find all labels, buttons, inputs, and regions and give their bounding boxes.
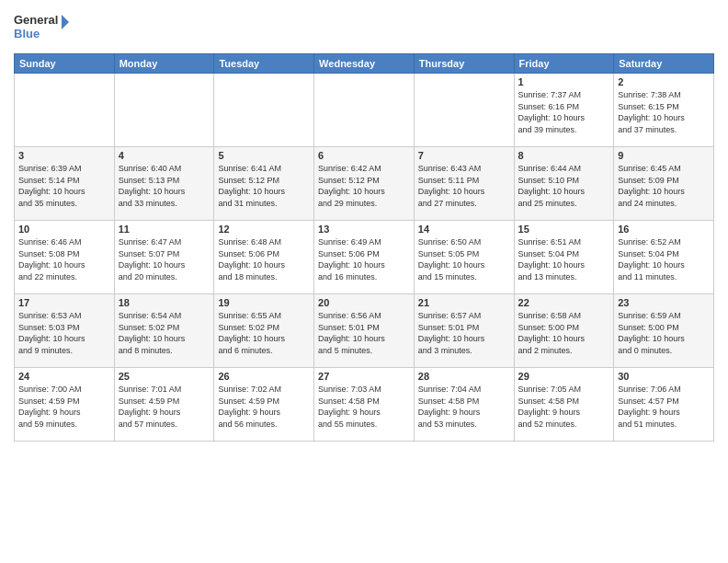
logo: General Blue bbox=[14, 9, 69, 46]
calendar-cell: 6Sunrise: 6:42 AM Sunset: 5:12 PM Daylig… bbox=[314, 147, 415, 221]
calendar-cell: 25Sunrise: 7:01 AM Sunset: 4:59 PM Dayli… bbox=[114, 368, 214, 442]
day-number: 10 bbox=[18, 224, 110, 235]
day-number: 7 bbox=[418, 150, 510, 161]
calendar-cell: 16Sunrise: 6:52 AM Sunset: 5:04 PM Dayli… bbox=[614, 221, 714, 294]
day-number: 1 bbox=[518, 76, 610, 87]
calendar-cell: 26Sunrise: 7:02 AM Sunset: 4:59 PM Dayli… bbox=[214, 368, 314, 442]
day-number: 19 bbox=[218, 297, 310, 308]
day-number: 4 bbox=[119, 150, 210, 161]
day-number: 28 bbox=[418, 371, 510, 382]
day-info: Sunrise: 7:00 AM Sunset: 4:59 PM Dayligh… bbox=[18, 384, 110, 430]
day-info: Sunrise: 7:06 AM Sunset: 4:57 PM Dayligh… bbox=[618, 384, 710, 430]
week-row-1: 1Sunrise: 7:37 AM Sunset: 6:16 PM Daylig… bbox=[15, 74, 714, 147]
day-number: 16 bbox=[618, 224, 710, 235]
weekday-header-thursday: Thursday bbox=[414, 54, 514, 74]
day-info: Sunrise: 6:49 AM Sunset: 5:06 PM Dayligh… bbox=[318, 236, 410, 282]
day-number: 15 bbox=[518, 224, 610, 235]
calendar-cell: 17Sunrise: 6:53 AM Sunset: 5:03 PM Dayli… bbox=[15, 294, 115, 368]
day-info: Sunrise: 7:04 AM Sunset: 4:58 PM Dayligh… bbox=[418, 384, 510, 430]
logo-svg: General Blue bbox=[14, 9, 69, 46]
calendar-cell bbox=[414, 74, 514, 147]
day-number: 27 bbox=[318, 371, 410, 382]
day-number: 25 bbox=[119, 371, 210, 382]
week-row-3: 10Sunrise: 6:46 AM Sunset: 5:08 PM Dayli… bbox=[15, 221, 714, 294]
weekday-header-tuesday: Tuesday bbox=[214, 54, 314, 74]
day-number: 9 bbox=[618, 150, 710, 161]
calendar-cell: 8Sunrise: 6:44 AM Sunset: 5:10 PM Daylig… bbox=[514, 147, 614, 221]
weekday-header-saturday: Saturday bbox=[614, 54, 714, 74]
weekday-header-friday: Friday bbox=[514, 54, 614, 74]
calendar-cell bbox=[114, 74, 214, 147]
day-number: 12 bbox=[218, 224, 310, 235]
day-info: Sunrise: 6:43 AM Sunset: 5:11 PM Dayligh… bbox=[418, 163, 510, 209]
week-row-4: 17Sunrise: 6:53 AM Sunset: 5:03 PM Dayli… bbox=[15, 294, 714, 368]
day-info: Sunrise: 7:02 AM Sunset: 4:59 PM Dayligh… bbox=[218, 384, 310, 430]
calendar-table: SundayMondayTuesdayWednesdayThursdayFrid… bbox=[14, 53, 714, 442]
day-info: Sunrise: 6:44 AM Sunset: 5:10 PM Dayligh… bbox=[518, 163, 610, 209]
calendar-cell: 13Sunrise: 6:49 AM Sunset: 5:06 PM Dayli… bbox=[314, 221, 415, 294]
day-number: 20 bbox=[318, 297, 410, 308]
calendar-cell: 24Sunrise: 7:00 AM Sunset: 4:59 PM Dayli… bbox=[15, 368, 115, 442]
day-info: Sunrise: 7:38 AM Sunset: 6:15 PM Dayligh… bbox=[618, 89, 710, 135]
calendar-cell: 14Sunrise: 6:50 AM Sunset: 5:05 PM Dayli… bbox=[414, 221, 514, 294]
calendar-cell bbox=[15, 74, 115, 147]
calendar-cell: 22Sunrise: 6:58 AM Sunset: 5:00 PM Dayli… bbox=[514, 294, 614, 368]
calendar-cell: 20Sunrise: 6:56 AM Sunset: 5:01 PM Dayli… bbox=[314, 294, 415, 368]
day-info: Sunrise: 7:37 AM Sunset: 6:16 PM Dayligh… bbox=[518, 89, 610, 135]
calendar-cell: 28Sunrise: 7:04 AM Sunset: 4:58 PM Dayli… bbox=[414, 368, 514, 442]
calendar-cell: 29Sunrise: 7:05 AM Sunset: 4:58 PM Dayli… bbox=[514, 368, 614, 442]
day-info: Sunrise: 7:05 AM Sunset: 4:58 PM Dayligh… bbox=[518, 384, 610, 430]
calendar-cell: 23Sunrise: 6:59 AM Sunset: 5:00 PM Dayli… bbox=[614, 294, 714, 368]
day-info: Sunrise: 6:53 AM Sunset: 5:03 PM Dayligh… bbox=[18, 310, 110, 356]
day-info: Sunrise: 6:47 AM Sunset: 5:07 PM Dayligh… bbox=[119, 236, 210, 282]
day-number: 26 bbox=[218, 371, 310, 382]
calendar-cell: 21Sunrise: 6:57 AM Sunset: 5:01 PM Dayli… bbox=[414, 294, 514, 368]
day-number: 21 bbox=[418, 297, 510, 308]
week-row-2: 3Sunrise: 6:39 AM Sunset: 5:14 PM Daylig… bbox=[15, 147, 714, 221]
calendar-cell: 5Sunrise: 6:41 AM Sunset: 5:12 PM Daylig… bbox=[214, 147, 314, 221]
day-info: Sunrise: 6:54 AM Sunset: 5:02 PM Dayligh… bbox=[119, 310, 210, 356]
svg-text:Blue: Blue bbox=[14, 27, 40, 40]
calendar-cell: 27Sunrise: 7:03 AM Sunset: 4:58 PM Dayli… bbox=[314, 368, 415, 442]
day-info: Sunrise: 6:46 AM Sunset: 5:08 PM Dayligh… bbox=[18, 236, 110, 282]
day-number: 5 bbox=[218, 150, 310, 161]
weekday-header-row: SundayMondayTuesdayWednesdayThursdayFrid… bbox=[15, 54, 714, 74]
calendar-cell: 1Sunrise: 7:37 AM Sunset: 6:16 PM Daylig… bbox=[514, 74, 614, 147]
day-number: 6 bbox=[318, 150, 410, 161]
day-number: 18 bbox=[119, 297, 210, 308]
calendar-cell: 11Sunrise: 6:47 AM Sunset: 5:07 PM Dayli… bbox=[114, 221, 214, 294]
svg-marker-2 bbox=[62, 15, 69, 29]
calendar-cell bbox=[214, 74, 314, 147]
calendar-cell bbox=[314, 74, 415, 147]
day-info: Sunrise: 7:01 AM Sunset: 4:59 PM Dayligh… bbox=[119, 384, 210, 430]
calendar-cell: 18Sunrise: 6:54 AM Sunset: 5:02 PM Dayli… bbox=[114, 294, 214, 368]
weekday-header-sunday: Sunday bbox=[15, 54, 115, 74]
day-info: Sunrise: 6:39 AM Sunset: 5:14 PM Dayligh… bbox=[18, 163, 110, 209]
day-number: 8 bbox=[518, 150, 610, 161]
calendar-cell: 9Sunrise: 6:45 AM Sunset: 5:09 PM Daylig… bbox=[614, 147, 714, 221]
day-info: Sunrise: 6:58 AM Sunset: 5:00 PM Dayligh… bbox=[518, 310, 610, 356]
day-number: 22 bbox=[518, 297, 610, 308]
calendar-cell: 30Sunrise: 7:06 AM Sunset: 4:57 PM Dayli… bbox=[614, 368, 714, 442]
day-number: 14 bbox=[418, 224, 510, 235]
calendar-cell: 2Sunrise: 7:38 AM Sunset: 6:15 PM Daylig… bbox=[614, 74, 714, 147]
day-info: Sunrise: 6:52 AM Sunset: 5:04 PM Dayligh… bbox=[618, 236, 710, 282]
day-number: 29 bbox=[518, 371, 610, 382]
day-info: Sunrise: 6:45 AM Sunset: 5:09 PM Dayligh… bbox=[618, 163, 710, 209]
calendar-cell: 19Sunrise: 6:55 AM Sunset: 5:02 PM Dayli… bbox=[214, 294, 314, 368]
day-info: Sunrise: 6:48 AM Sunset: 5:06 PM Dayligh… bbox=[218, 236, 310, 282]
day-info: Sunrise: 6:56 AM Sunset: 5:01 PM Dayligh… bbox=[318, 310, 410, 356]
weekday-header-monday: Monday bbox=[114, 54, 214, 74]
page: General Blue SundayMondayTuesdayWednesda… bbox=[0, 0, 728, 563]
calendar-cell: 4Sunrise: 6:40 AM Sunset: 5:13 PM Daylig… bbox=[114, 147, 214, 221]
day-info: Sunrise: 6:41 AM Sunset: 5:12 PM Dayligh… bbox=[218, 163, 310, 209]
day-info: Sunrise: 6:51 AM Sunset: 5:04 PM Dayligh… bbox=[518, 236, 610, 282]
day-info: Sunrise: 6:42 AM Sunset: 5:12 PM Dayligh… bbox=[318, 163, 410, 209]
day-info: Sunrise: 6:50 AM Sunset: 5:05 PM Dayligh… bbox=[418, 236, 510, 282]
header: General Blue bbox=[14, 9, 714, 46]
day-info: Sunrise: 6:59 AM Sunset: 5:00 PM Dayligh… bbox=[618, 310, 710, 356]
day-number: 11 bbox=[119, 224, 210, 235]
week-row-5: 24Sunrise: 7:00 AM Sunset: 4:59 PM Dayli… bbox=[15, 368, 714, 442]
calendar-cell: 15Sunrise: 6:51 AM Sunset: 5:04 PM Dayli… bbox=[514, 221, 614, 294]
day-number: 30 bbox=[618, 371, 710, 382]
